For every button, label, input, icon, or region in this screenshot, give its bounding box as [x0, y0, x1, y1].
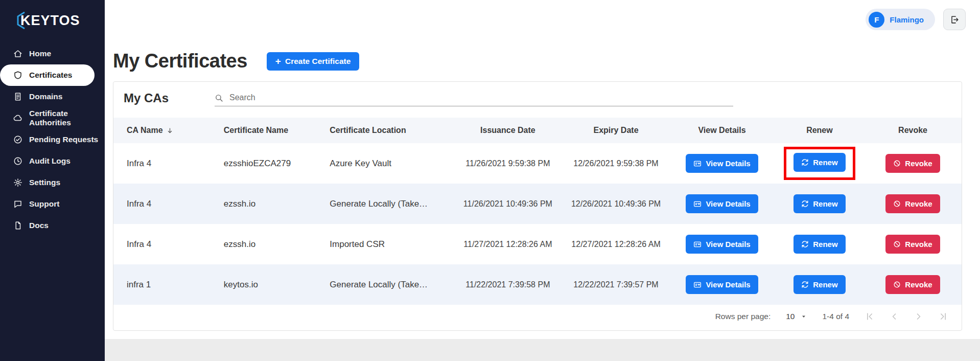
topbar: F Flamingo — [105, 0, 980, 39]
previous-page-icon[interactable] — [889, 311, 899, 322]
id-card-icon — [693, 160, 702, 168]
sidebar-item-domains[interactable]: Domains — [0, 86, 105, 107]
prohibition-icon — [893, 240, 901, 248]
sidebar-item-certificate-authorities[interactable]: Certificate Authorities — [0, 107, 105, 129]
sidebar-item-label: Pending Requests — [29, 135, 98, 144]
sidebar-item-docs[interactable]: Docs — [0, 215, 105, 236]
next-page-icon[interactable] — [914, 311, 924, 322]
revoke-button[interactable]: Revoke — [885, 194, 940, 213]
sidebar-item-settings[interactable]: Settings — [0, 172, 105, 193]
view-details-button[interactable]: View Details — [686, 275, 758, 294]
rows-per-page-select[interactable]: 10 — [786, 312, 807, 321]
certificate-location-cell: Generate Locally (Take… — [330, 264, 453, 305]
search-field — [215, 93, 733, 106]
sidebar-item-home[interactable]: Home — [0, 43, 105, 64]
pagination-bar: Rows per page: 10 1-4 of 4 — [113, 305, 962, 330]
table-row: Infra 4 ezssh.io Generate Locally (Take…… — [113, 184, 962, 224]
sidebar-item-label: Home — [29, 49, 51, 58]
id-card-icon — [693, 281, 702, 289]
refresh-icon — [801, 281, 809, 288]
gear-icon — [13, 178, 22, 187]
sidebar-item-support[interactable]: Support — [0, 193, 105, 215]
my-cas-card: My CAs CA Name — [113, 81, 962, 331]
shield-icon — [13, 71, 22, 80]
check-circle-icon — [13, 135, 22, 144]
card-title: My CAs — [124, 91, 169, 106]
certificate-name-cell: ezssh.io — [224, 224, 330, 264]
rows-per-page-label: Rows per page: — [715, 312, 771, 321]
renew-button[interactable]: Renew — [794, 235, 845, 254]
cloud-icon — [13, 114, 22, 123]
view-details-button[interactable]: View Details — [686, 235, 758, 254]
sort-desc-icon — [166, 127, 174, 134]
column-header-revoke: Revoke — [864, 118, 962, 143]
pagination-range: 1-4 of 4 — [822, 312, 849, 321]
issuance-date-cell: 11/27/2021 12:28:26 AM — [453, 224, 563, 264]
sidebar-item-pending-requests[interactable]: Pending Requests — [0, 129, 105, 150]
plus-icon: + — [275, 58, 281, 65]
sidebar: KEYTOS Home Certificates Domains Certifi… — [0, 0, 105, 361]
column-header-certificate-name[interactable]: Certificate Name — [224, 118, 330, 143]
avatar: F — [869, 12, 884, 28]
first-page-icon[interactable] — [865, 311, 875, 322]
user-chip[interactable]: F Flamingo — [866, 9, 935, 30]
create-certificate-button[interactable]: + Create Certificate — [267, 52, 359, 71]
certificates-table: CA Name Certificate Name Certificate Loc… — [113, 118, 962, 305]
prohibition-icon — [893, 160, 901, 167]
view-details-button[interactable]: View Details — [686, 154, 758, 173]
refresh-icon — [801, 159, 809, 166]
table-row: Infra 4 ezssh.io Imported CSR 11/27/2021… — [113, 224, 962, 264]
sidebar-item-label: Settings — [29, 178, 60, 187]
ca-name-cell: Infra 4 — [113, 184, 224, 224]
certificate-location-cell: Azure Key Vault — [330, 143, 453, 184]
ca-name-cell: infra 1 — [113, 264, 224, 305]
prohibition-icon — [893, 200, 901, 208]
revoke-button[interactable]: Revoke — [885, 275, 940, 294]
view-details-button[interactable]: View Details — [686, 194, 758, 213]
table-row: Infra 4 ezsshioEZCA279 Azure Key Vault 1… — [113, 143, 962, 184]
column-header-expiry-date[interactable]: Expiry Date — [563, 118, 669, 143]
logout-button[interactable] — [943, 9, 966, 30]
ca-name-cell: Infra 4 — [113, 224, 224, 264]
clock-icon — [13, 156, 22, 166]
renew-button[interactable]: Renew — [794, 194, 845, 213]
search-input[interactable] — [229, 93, 733, 102]
renew-button[interactable]: Renew — [794, 275, 845, 294]
column-header-certificate-location[interactable]: Certificate Location — [330, 118, 453, 143]
renew-button[interactable]: Renew — [794, 153, 845, 172]
column-header-ca-name[interactable]: CA Name — [127, 126, 174, 135]
logout-icon — [950, 15, 960, 25]
prohibition-icon — [893, 281, 901, 288]
revoke-button[interactable]: Revoke — [885, 235, 940, 254]
revoke-button[interactable]: Revoke — [885, 154, 940, 173]
ca-name-cell: Infra 4 — [113, 143, 224, 184]
sidebar-item-certificates[interactable]: Certificates — [0, 64, 95, 86]
column-header-issuance-date[interactable]: Issuance Date — [453, 118, 563, 143]
certificate-name-cell: keytos.io — [224, 264, 330, 305]
id-card-icon — [693, 200, 702, 208]
expiry-date-cell: 12/26/2021 10:49:36 PM — [563, 184, 669, 224]
sidebar-item-label: Docs — [29, 221, 49, 230]
chat-icon — [13, 199, 22, 209]
annotation-highlight: Renew — [784, 147, 855, 180]
search-icon — [215, 94, 223, 102]
page-background — [105, 339, 980, 361]
certificate-name-cell: ezsshioEZCA279 — [224, 143, 330, 184]
column-header-view-details: View Details — [669, 118, 775, 143]
last-page-icon[interactable] — [938, 311, 948, 322]
sidebar-nav: Home Certificates Domains Certificate Au… — [0, 43, 105, 236]
expiry-date-cell: 12/27/2021 12:28:26 AM — [563, 224, 669, 264]
user-name: Flamingo — [890, 15, 924, 24]
refresh-icon — [801, 200, 809, 208]
sidebar-item-audit-logs[interactable]: Audit Logs — [0, 150, 105, 172]
sidebar-item-label: Support — [29, 199, 59, 209]
expiry-date-cell: 12/26/2021 9:59:38 PM — [563, 143, 669, 184]
document-icon — [13, 92, 22, 101]
page-content: My Certificates + Create Certificate My … — [105, 39, 980, 331]
home-icon — [13, 49, 22, 58]
create-certificate-label: Create Certificate — [285, 57, 351, 66]
keytos-logo: KEYTOS — [0, 0, 105, 41]
sidebar-item-label: Domains — [29, 92, 62, 101]
certificate-name-cell: ezssh.io — [224, 184, 330, 224]
table-header-row: CA Name Certificate Name Certificate Loc… — [113, 118, 962, 143]
